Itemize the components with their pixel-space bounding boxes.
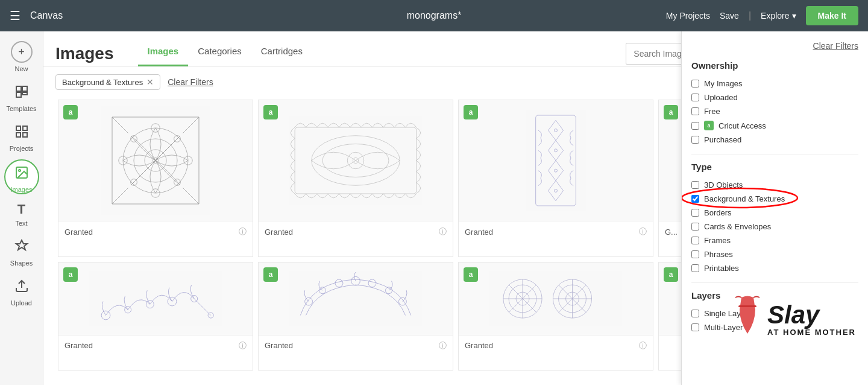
image-footer-3: Granted ⓘ <box>459 221 653 242</box>
svg-rect-0 <box>16 86 21 91</box>
tab-cartridges[interactable]: Cartridges <box>251 41 312 66</box>
access-badge-5: a <box>63 267 78 282</box>
info-icon-2[interactable]: ⓘ <box>439 226 447 237</box>
sidebar-label-images: Images <box>10 186 32 193</box>
top-nav: ☰ Canvas monograms* My Projects Save | E… <box>0 0 868 31</box>
image-cell-1: a <box>58 100 253 257</box>
sidebar-item-new[interactable]: + New <box>0 36 43 77</box>
filter-cards-envelopes[interactable]: Cards & Envelopes <box>691 220 858 234</box>
checkbox-cards-envelopes[interactable] <box>691 223 699 231</box>
make-it-button[interactable]: Make It <box>806 6 858 25</box>
checkbox-frames[interactable] <box>691 237 699 244</box>
image-cell-6: a <box>258 262 453 371</box>
checkbox-free[interactable] <box>691 107 699 115</box>
info-icon-1[interactable]: ⓘ <box>239 226 247 237</box>
filter-my-images-label: My Images <box>704 79 743 88</box>
sidebar-item-shapes[interactable]: Shapes <box>0 234 43 272</box>
image-preview-5[interactable] <box>58 262 253 335</box>
access-badge-2: a <box>263 105 278 119</box>
sidebar-item-templates[interactable]: Templates <box>0 80 43 117</box>
image-preview-7[interactable] <box>459 262 653 335</box>
watermark-apron-icon <box>732 294 763 337</box>
remove-filter-button[interactable]: ✕ <box>146 77 154 87</box>
explore-button[interactable]: Explore ▾ <box>761 11 796 21</box>
clear-filters-button[interactable]: Clear Filters <box>168 77 213 87</box>
nav-right: My Projects Save | Explore ▾ Make It <box>666 6 858 25</box>
image-preview-3[interactable] <box>459 100 653 221</box>
filter-background-textures[interactable]: Background & Textures <box>691 192 858 206</box>
filter-cricut-access[interactable]: a Cricut Access <box>691 118 858 133</box>
filter-purchased-label: Purchased <box>704 135 741 144</box>
sidebar-item-text[interactable]: T Text <box>0 197 43 232</box>
access-badge-6: a <box>263 267 278 282</box>
filter-cards-envelopes-label: Cards & Envelopes <box>704 222 771 231</box>
image-status-1: Granted <box>64 228 93 237</box>
checkbox-phrases[interactable] <box>691 250 699 258</box>
checkbox-printables[interactable] <box>691 264 699 272</box>
sidebar-item-images[interactable]: Images <box>4 159 39 194</box>
page-title: Images <box>55 44 114 63</box>
svg-rect-5 <box>23 126 27 130</box>
new-icon: + <box>11 41 33 63</box>
tab-categories[interactable]: Categories <box>188 41 251 66</box>
sidebar-item-projects[interactable]: Projects <box>0 119 43 157</box>
filter-3d-objects[interactable]: 3D Objects <box>691 178 858 192</box>
checkbox-3d-objects[interactable] <box>691 181 699 189</box>
checkbox-background-textures[interactable] <box>691 195 699 203</box>
content-area: Images Images Categories Cartridges 🔍 Fi… <box>43 31 868 385</box>
filter-printables-label: Printables <box>704 264 739 273</box>
checkbox-purchased[interactable] <box>691 136 699 144</box>
checkbox-multi-layer[interactable] <box>691 323 699 331</box>
checkbox-borders[interactable] <box>691 209 699 217</box>
filter-phrases[interactable]: Phrases <box>691 247 858 261</box>
image-status-5: Granted <box>64 341 93 350</box>
cricut-access-icon: a <box>704 121 714 130</box>
access-badge-7: a <box>464 267 478 282</box>
nav-divider: | <box>749 10 751 21</box>
info-icon-3[interactable]: ⓘ <box>639 226 647 237</box>
watermark-text: Slay AT HOME MOTHER <box>767 302 856 337</box>
templates-icon <box>14 84 29 103</box>
tab-images[interactable]: Images <box>138 41 189 66</box>
info-icon-6[interactable]: ⓘ <box>439 340 447 351</box>
filter-3d-objects-label: 3D Objects <box>704 180 743 189</box>
panel-clear-filters-button[interactable]: Clear Filters <box>813 41 858 51</box>
filter-purchased[interactable]: Purchased <box>691 133 858 147</box>
hamburger-icon[interactable]: ☰ <box>10 8 20 23</box>
checkbox-my-images[interactable] <box>691 80 699 88</box>
checkbox-cricut-access[interactable] <box>691 122 699 130</box>
image-preview-2[interactable] <box>259 100 453 221</box>
my-projects-link[interactable]: My Projects <box>666 11 710 21</box>
sidebar: + New Templates Projects <box>0 31 43 385</box>
image-preview-6[interactable] <box>259 262 453 335</box>
image-cell-3: a <box>458 100 653 257</box>
svg-point-9 <box>19 170 20 171</box>
image-cell-5: a <box>58 262 253 371</box>
filter-borders[interactable]: Borders <box>691 206 858 220</box>
info-icon-7[interactable]: ⓘ <box>639 340 647 351</box>
info-icon-5[interactable]: ⓘ <box>239 340 247 351</box>
watermark-slay: Slay <box>767 302 819 328</box>
access-badge-8: a <box>664 267 678 282</box>
sidebar-item-upload[interactable]: Upload <box>0 274 43 311</box>
filter-free[interactable]: Free <box>691 104 858 118</box>
sidebar-label-text: Text <box>15 220 27 227</box>
svg-rect-70 <box>738 305 756 307</box>
filter-divider-2 <box>691 282 858 283</box>
filter-my-images[interactable]: My Images <box>691 77 858 91</box>
nav-tabs: Images Categories Cartridges <box>138 41 614 66</box>
save-link[interactable]: Save <box>720 11 739 21</box>
filter-uploaded[interactable]: Uploaded <box>691 91 858 104</box>
filter-frames-label: Frames <box>704 236 731 245</box>
shapes-icon <box>14 239 29 257</box>
sidebar-label-shapes: Shapes <box>10 259 33 267</box>
svg-rect-1 <box>22 86 27 91</box>
filter-printables[interactable]: Printables <box>691 261 858 275</box>
filter-borders-label: Borders <box>704 208 732 217</box>
filter-frames[interactable]: Frames <box>691 234 858 247</box>
image-footer-6: Granted ⓘ <box>259 335 453 356</box>
image-preview-1[interactable] <box>58 100 253 221</box>
checkbox-uploaded[interactable] <box>691 94 699 101</box>
image-footer-2: Granted ⓘ <box>259 221 453 242</box>
checkbox-single-layer[interactable] <box>691 310 699 317</box>
